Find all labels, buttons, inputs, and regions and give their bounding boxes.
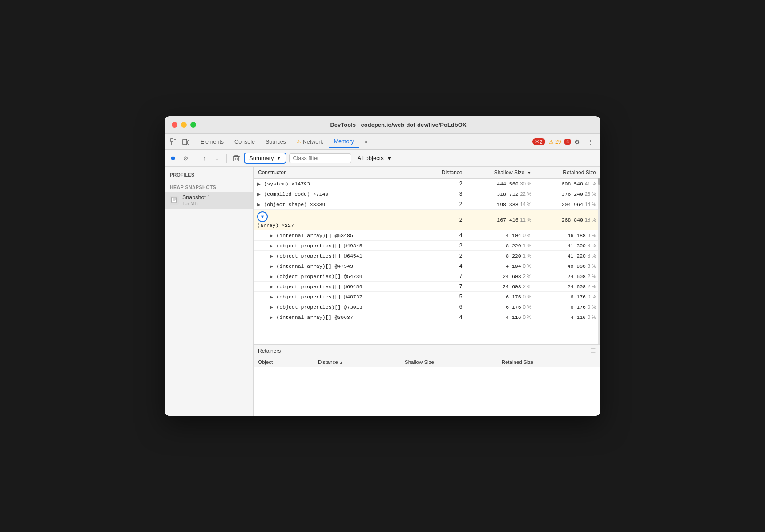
settings-icon[interactable]: ⚙ xyxy=(571,137,584,147)
devtools-window: DevTools - codepen.io/web-dot-dev/live/P… xyxy=(165,116,600,416)
expand-arrow-icon[interactable]: ▶ xyxy=(270,254,275,258)
object-header[interactable]: Object xyxy=(254,357,314,367)
device-toolbar-icon[interactable] xyxy=(181,137,191,147)
summary-dropdown[interactable]: Summary ▼ xyxy=(244,153,286,164)
retained-cell: 608 54841 % xyxy=(536,179,600,189)
tab-memory[interactable]: Memory xyxy=(329,136,359,148)
retainers-panel: Retainers ☰ Object Distance ▲ xyxy=(254,345,600,416)
tab-network[interactable]: ⚠ Network xyxy=(291,136,329,148)
constructor-cell: ▶ (object properties)[] @64541 xyxy=(254,251,423,261)
sort-icon: ▼ xyxy=(527,170,531,175)
expand-circle-button[interactable]: ▼ xyxy=(257,211,268,222)
distance-header[interactable]: Distance xyxy=(423,167,467,179)
ret-retained-header[interactable]: Retained Size xyxy=(497,357,600,367)
all-objects-dropdown[interactable]: All objects ▼ xyxy=(358,155,392,161)
scrollbar[interactable] xyxy=(598,167,600,344)
shallow-size-header[interactable]: Shallow Size ▼ xyxy=(467,167,536,179)
constructor-cell: ▶ (object properties)[] @49345 xyxy=(254,241,423,251)
table-row[interactable]: ▶ (object properties)[] @64541 2 8 2201 … xyxy=(254,251,600,261)
ret-shallow-header[interactable]: Shallow Size xyxy=(400,357,497,367)
table-row[interactable]: ▶ (internal array)[] @63485 4 4 1040 % 4… xyxy=(254,230,600,241)
retainers-header: Retainers ☰ xyxy=(254,345,600,357)
snapshot-file-icon xyxy=(170,196,179,205)
shallow-cell: 318 71222 % xyxy=(467,189,536,199)
expand-arrow-icon[interactable]: ▶ xyxy=(270,315,275,320)
distance-cell: 3 xyxy=(423,189,467,199)
retained-cell: 6 1760 % xyxy=(536,302,600,312)
table-row[interactable]: ▶ (object properties)[] @54739 7 24 6082… xyxy=(254,271,600,282)
expand-arrow-icon[interactable]: ▶ xyxy=(270,274,275,279)
distance-cell: 5 xyxy=(423,292,467,302)
expand-arrow-icon[interactable]: ▶ xyxy=(257,202,262,207)
ret-distance-header[interactable]: Distance ▲ xyxy=(314,357,400,367)
record-icon[interactable]: ⏺ xyxy=(168,153,178,163)
expand-arrow-icon[interactable]: ▶ xyxy=(270,305,275,310)
retainers-table: Object Distance ▲ Shallow Size Retained … xyxy=(254,357,600,367)
table-row[interactable]: ▶ (object properties)[] @73013 6 6 1760 … xyxy=(254,302,600,312)
table-body: ▶ (system) ×14793 2 444 56030 % 608 5484… xyxy=(254,179,600,322)
warning-badge: ⚠ 29 xyxy=(549,139,561,145)
distance-cell: 2 xyxy=(423,210,467,230)
class-filter-input[interactable] xyxy=(289,153,351,163)
retained-cell: 268 84018 % xyxy=(536,210,600,230)
tab-console[interactable]: Console xyxy=(229,136,260,148)
close-button[interactable] xyxy=(172,122,177,128)
constructor-cell: ▶ (internal array)[] @47543 xyxy=(254,261,423,271)
table-row[interactable]: ▶ (object properties)[] @69459 7 24 6082… xyxy=(254,282,600,292)
tab-sources[interactable]: Sources xyxy=(260,136,291,148)
distance-cell: 7 xyxy=(423,271,467,282)
badge-area: ✕ 2 ⚠ 29 4 xyxy=(532,138,571,145)
distance-cell: 2 xyxy=(423,179,467,189)
main-content: Profiles HEAP SNAPSHOTS Snapshot 1 1.5 M… xyxy=(165,167,600,416)
sidebar: Profiles HEAP SNAPSHOTS Snapshot 1 1.5 M… xyxy=(165,167,254,416)
constructor-cell: ▶ (object shape) ×3389 xyxy=(254,199,423,210)
expand-arrow-icon[interactable]: ▶ xyxy=(270,243,275,248)
expand-arrow-icon[interactable]: ▶ xyxy=(257,181,262,186)
retained-cell: 6 1760 % xyxy=(536,292,600,302)
svg-rect-2 xyxy=(188,141,189,144)
retained-cell: 376 24026 % xyxy=(536,189,600,199)
table-row[interactable]: ▶ (system) ×14793 2 444 56030 % 608 5484… xyxy=(254,179,600,189)
minimize-button[interactable] xyxy=(181,122,187,128)
heap-table: Constructor Distance Shallow Size ▼ Reta… xyxy=(254,167,600,322)
snapshot-item[interactable]: Snapshot 1 1.5 MB xyxy=(165,192,253,209)
upload-icon[interactable]: ↑ xyxy=(200,153,209,163)
profiles-title: Profiles xyxy=(165,172,253,181)
table-row[interactable]: ▶ (internal array)[] @47543 4 4 1040 % 4… xyxy=(254,261,600,271)
sub-separator-2 xyxy=(226,154,227,163)
shallow-cell: 8 2201 % xyxy=(467,251,536,261)
clear-icon[interactable]: ⊘ xyxy=(181,153,190,163)
tab-elements[interactable]: Elements xyxy=(195,136,229,148)
download-icon[interactable]: ↓ xyxy=(212,153,222,163)
retained-cell: 204 96414 % xyxy=(536,199,600,210)
more-options-icon[interactable]: ⋮ xyxy=(584,137,597,147)
table-row[interactable]: ▶ (internal array)[] @39637 4 4 1160 % 4… xyxy=(254,312,600,322)
retainers-title: Retainers xyxy=(258,348,281,354)
shallow-cell: 6 1760 % xyxy=(467,302,536,312)
expand-arrow-icon[interactable]: ▶ xyxy=(270,294,275,299)
table-row[interactable]: ▶ (compiled code) ×7140 3 318 71222 % 37… xyxy=(254,189,600,199)
tab-more[interactable]: » xyxy=(359,136,373,148)
expand-arrow-icon[interactable]: ▶ xyxy=(270,233,275,238)
error-badge[interactable]: ✕ 2 xyxy=(532,138,545,145)
expand-arrow-icon[interactable]: ▶ xyxy=(270,264,275,269)
expand-arrow-icon[interactable]: ▶ xyxy=(257,192,262,197)
constructor-cell: ▼ (array) ×227 xyxy=(254,210,423,230)
table-row[interactable]: ▶ (object properties)[] @48737 5 6 1760 … xyxy=(254,292,600,302)
heap-table-container[interactable]: Constructor Distance Shallow Size ▼ Reta… xyxy=(254,167,600,345)
retained-size-header[interactable]: Retained Size xyxy=(536,167,600,179)
traffic-lights xyxy=(172,122,196,128)
snapshot-info: Snapshot 1 1.5 MB xyxy=(182,194,210,206)
separator xyxy=(193,137,193,146)
collect-garbage-icon[interactable] xyxy=(231,153,241,163)
inspect-element-icon[interactable] xyxy=(168,137,179,147)
svg-rect-3 xyxy=(234,157,239,161)
constructor-header[interactable]: Constructor xyxy=(254,167,423,179)
expand-arrow-icon[interactable]: ▶ xyxy=(270,284,275,289)
constructor-cell: ▶ (system) ×14793 xyxy=(254,179,423,189)
table-row[interactable]: ▶ (object properties)[] @49345 2 8 2201 … xyxy=(254,241,600,251)
maximize-button[interactable] xyxy=(190,122,196,128)
retainers-menu-icon[interactable]: ☰ xyxy=(590,347,596,355)
table-row[interactable]: ▶ (object shape) ×3389 2 198 38814 % 204… xyxy=(254,199,600,210)
table-row[interactable]: ▼ (array) ×227 2 167 41611 % 268 84018 % xyxy=(254,210,600,230)
